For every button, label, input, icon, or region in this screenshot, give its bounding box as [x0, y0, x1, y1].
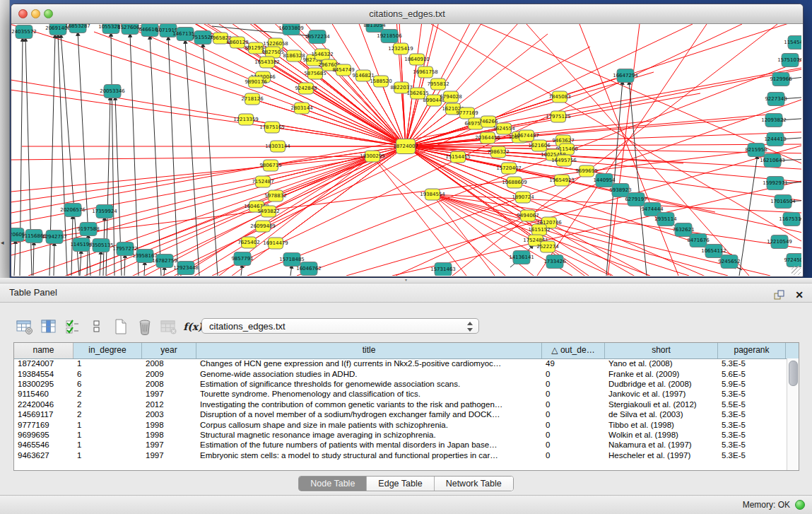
- table-settings-icon[interactable]: [16, 317, 34, 336]
- select-rows-checklist-icon[interactable]: [64, 317, 82, 336]
- graph-node-label: 17957272: [112, 246, 138, 252]
- table-cell: 5.9E-5: [718, 380, 786, 388]
- table-cell: 5.6E-5: [718, 370, 786, 378]
- graph-node-label: 9699695: [575, 168, 597, 174]
- table-cell: Tourette syndrome. Phenomenology and cla…: [196, 390, 542, 398]
- graph-node-label: 3624554: [493, 126, 515, 132]
- west-panel-collapsed-strip[interactable]: ◂: [0, 0, 10, 278]
- table-cell: Nakamura et al. (1997): [605, 440, 718, 449]
- graph-node-label: 1615152: [528, 227, 550, 233]
- graph-node-label: 18572234: [305, 34, 330, 40]
- graph-edge: [406, 57, 801, 146]
- graph-node-label: 10674487: [514, 133, 539, 139]
- row-height-icon[interactable]: [88, 317, 106, 336]
- window-resize-grip[interactable]: [792, 266, 801, 275]
- graph-node-label: 16543382: [254, 59, 280, 65]
- table-row[interactable]: 1872400712008Changes of HCN gene express…: [14, 358, 787, 368]
- function-builder-icon[interactable]: f(x): [184, 317, 202, 336]
- network-graph[interactable]: 2403557220691406168532871055328715276062…: [11, 24, 801, 276]
- column-header-3[interactable]: title: [196, 343, 542, 358]
- graph-node-label: 9777169: [456, 110, 478, 116]
- table-selector-dropdown[interactable]: citations_edges.txt: [201, 318, 479, 334]
- network-window-titlebar[interactable]: citations_edges.txt: [11, 4, 803, 24]
- graph-node-label: 20364456: [475, 135, 500, 141]
- graph-node-label: 18303144: [265, 144, 290, 149]
- table-cell: Investigating the contribution of common…: [196, 400, 542, 409]
- table-cell: 5.3E-5: [718, 390, 786, 398]
- tab-edge-table[interactable]: Edge Table: [366, 477, 433, 491]
- graph-node-label: 9242848: [295, 86, 317, 91]
- table-row[interactable]: 2242004622012Investigating the contribut…: [14, 399, 787, 409]
- graph-node-label: 16495756: [551, 158, 577, 163]
- table-row[interactable]: 946554611997Estimation of the future num…: [14, 440, 787, 450]
- graph-node-label: 16046762: [296, 266, 322, 271]
- table-cell: 0: [542, 400, 605, 409]
- graph-node-label: 10654112: [701, 248, 726, 254]
- window-zoom-button[interactable]: [44, 9, 53, 18]
- table-body: 1872400712008Changes of HCN gene express…: [14, 358, 787, 470]
- table-row[interactable]: 1830029562008Estimation of significance …: [14, 379, 787, 389]
- column-header-5[interactable]: short: [605, 343, 718, 358]
- column-header-2[interactable]: year: [142, 343, 196, 358]
- graph-edge: [203, 43, 218, 276]
- table-row[interactable]: 911546021997Tourette syndrome. Phenomeno…: [14, 389, 787, 399]
- graph-node-label: 16914479: [263, 240, 288, 246]
- graph-node-label: 1890724: [512, 194, 534, 200]
- table-cell: Franke et al. (2009): [605, 370, 718, 378]
- graph-node-label: 5938923: [609, 187, 631, 193]
- table-row[interactable]: 1456911722003Disruption of a novel membe…: [14, 409, 787, 419]
- graph-edge: [276, 146, 406, 196]
- graph-node-label: 9890176: [245, 79, 267, 85]
- tab-network-table[interactable]: Network Table: [434, 477, 513, 491]
- graph-node-label: 12942757: [42, 234, 67, 240]
- column-header-4[interactable]: △ out_de…: [542, 343, 605, 358]
- graph-edge: [14, 240, 16, 276]
- graph-node-label: 12093822: [761, 117, 787, 123]
- table-header-row: namein_degreeyeartitle△ out_de…shortpage…: [14, 343, 799, 359]
- column-header-6[interactable]: pagerank: [718, 343, 786, 358]
- table-panel-header: Table Panel ✕: [0, 284, 812, 303]
- table-row[interactable]: 946362711997Embryonic stem cells: a mode…: [14, 450, 787, 460]
- float-panel-icon[interactable]: [774, 288, 785, 298]
- close-panel-icon[interactable]: ✕: [795, 286, 804, 304]
- window-close-button[interactable]: [18, 9, 28, 18]
- panel-collapse-arrow-icon[interactable]: ◂: [1, 239, 4, 246]
- tab-node-table[interactable]: Node Table: [299, 477, 366, 491]
- network-view-window[interactable]: citations_edges.txt 24035572206914061685…: [11, 4, 804, 277]
- splitter-handle-icon[interactable]: ▾: [405, 278, 407, 282]
- table-row[interactable]: 977716911998Corpus callosum shape and si…: [14, 419, 787, 429]
- graph-node-label: 15751074: [777, 57, 801, 63]
- scrollbar-thumb[interactable]: [789, 361, 798, 386]
- delete-trash-icon[interactable]: [136, 317, 154, 336]
- memory-status-label: Memory: OK: [743, 500, 790, 510]
- graph-node-label: 12210549: [767, 239, 792, 245]
- table-cell: Dudbridge et al. (2008): [605, 380, 718, 388]
- show-columns-icon[interactable]: [40, 317, 58, 336]
- graph-node-label: 7152487: [252, 179, 273, 185]
- graph-node-label: 9827505: [261, 49, 283, 55]
- table-cell: 0: [542, 370, 605, 378]
- table-tabbar: Node TableEdge TableNetwork Table: [0, 476, 812, 491]
- table-cell: 0: [542, 390, 605, 398]
- new-table-document-icon[interactable]: [112, 317, 130, 336]
- graph-node-label: 8471676: [687, 238, 710, 243]
- table-cell: 2008: [142, 380, 196, 388]
- graph-node-label: 9463627: [552, 138, 574, 144]
- panel-splitter[interactable]: ▾: [0, 278, 812, 284]
- window-minimize-button[interactable]: [31, 9, 40, 18]
- graph-node-label: 15718485: [279, 257, 305, 262]
- column-header-1[interactable]: in_degree: [73, 343, 142, 358]
- column-header-0[interactable]: name: [14, 343, 73, 358]
- graph-node-label: 8215958: [745, 147, 767, 153]
- graph-node-label: 16647294: [613, 73, 638, 78]
- table-row[interactable]: 969969511998Structural magnetic resonanc…: [14, 430, 787, 440]
- graph-node-label: 18640910: [404, 57, 430, 62]
- table-row[interactable]: 1938455462009Genome-wide association stu…: [14, 368, 787, 378]
- graph-edge: [150, 35, 161, 276]
- network-canvas[interactable]: 2403557220691406168532871055328715276062…: [11, 24, 801, 276]
- graph-edge: [372, 156, 505, 276]
- graph-node-label: 1362615: [406, 90, 428, 96]
- graph-node-label: 15720407: [496, 165, 522, 171]
- table-vertical-scrollbar[interactable]: [787, 358, 799, 470]
- graph-edge: [629, 81, 647, 276]
